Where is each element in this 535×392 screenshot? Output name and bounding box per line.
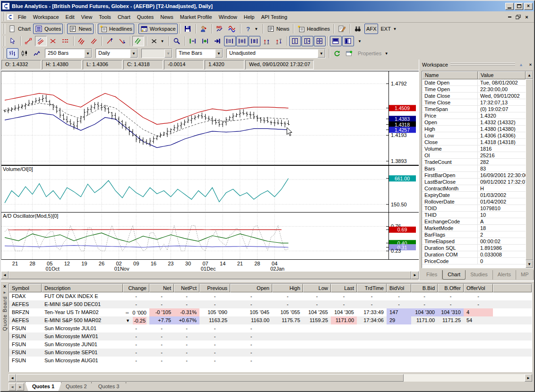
menu-grip[interactable] [3,12,5,21]
workspace-row[interactable]: RolloverDate01/04/2002 [422,198,533,205]
send-user-button[interactable] [198,24,210,34]
workspace-row[interactable]: Volume1816 [422,145,533,152]
quote-row-fsun-8[interactable]: FSUNSun Microsyste AUG01----- [9,357,532,365]
toolbar-grip[interactable] [3,24,5,34]
column-header-open[interactable]: Open [230,284,272,292]
shift-down-pair-button[interactable] [273,36,285,46]
ext-dropdown-icon[interactable]: ▼ [392,24,397,34]
mdi-child-icon[interactable] [7,14,14,20]
level-dashes-button[interactable] [60,36,71,46]
draw-mode-button[interactable] [132,36,144,46]
column-header-change[interactable]: Change [123,284,149,292]
scroll-left-icon[interactable]: ◄ [1,271,9,279]
compress-lines-button[interactable] [224,36,236,46]
workspace-row[interactable]: Date CloseWed, 09/01/2002 [422,93,533,99]
workspace-row[interactable]: THID10 [422,212,533,218]
menu-workspace[interactable]: Workspace [30,13,62,21]
headlines-2-button[interactable]: Headlines [295,24,332,34]
menu-api-testing[interactable]: API Testing [258,13,290,21]
column-header-net[interactable]: Net [149,284,174,292]
workspace-row[interactable]: OI25216 [422,152,533,159]
menu-view[interactable]: View [78,13,96,21]
fit-all-button[interactable] [314,36,326,46]
split-vertical-button[interactable] [342,36,354,46]
trend-line-button[interactable] [23,36,35,46]
menu-news[interactable]: News [157,13,177,21]
periodicity-dropdown-icon[interactable]: ▼ [130,49,138,58]
quotes-horizontal-scrollbar[interactable]: ◄ ► [9,374,532,382]
workspace-row[interactable]: ExpiryDate01/03/2002 [422,192,533,198]
workspace-row[interactable]: TradeCount282 [422,159,533,165]
waves-button[interactable] [226,24,238,34]
pointer-button[interactable] [7,36,18,46]
headlines-button[interactable]: Headlines [98,24,134,34]
mdi-close-button[interactable]: × [523,14,530,20]
workspace-button[interactable]: Workspace [138,24,178,34]
chart-scroll-thumb[interactable] [9,271,411,279]
workspace-scrollbar[interactable]: ▲ ▼ [526,71,533,268]
bar-type-select[interactable]: Time Bars▼ [176,49,223,58]
column-header-low[interactable]: Low [303,284,331,292]
workspace-row[interactable]: Low1.4306 (14306) [422,132,533,139]
menu-chart[interactable]: Chart [114,13,134,21]
workspace-row[interactable]: Duration COM0.033008 [422,251,533,258]
toolbar-grip[interactable] [3,36,5,46]
quote-board-close-icon[interactable]: × [3,283,6,289]
workspace-row[interactable]: Time Close17:32:07,13 [422,99,533,106]
column-header-bidvol[interactable]: BidVol [387,284,411,292]
compress-grid-button[interactable] [249,36,260,46]
column-header-previous[interactable]: Previous [199,284,230,292]
workspace-tab-alerts[interactable]: Alerts [493,270,516,280]
toolbar-grip[interactable] [3,48,5,59]
delete-drawing-dropdown-icon[interactable]: ▼ [160,36,165,46]
workspace-scroll-thumb[interactable] [526,79,533,260]
bars-count-select[interactable]: 250 Bars▼ [45,49,92,58]
adjustment-select[interactable]: Unadjusted▼ [226,49,326,58]
properties-dropdown-icon[interactable]: ▼ [384,49,389,58]
column-header-boffer[interactable]: B.Offer [438,284,464,292]
line-flag-up-button[interactable] [104,36,116,46]
quote-row-aefes-3[interactable]: AEFESE-MINI S&P 500 MAR02▼-0.25+7.75+0.6… [9,316,532,324]
news-edit-button[interactable] [336,24,348,34]
quote-board-pin-icon[interactable]: ► [3,290,7,295]
quotes-tab-2[interactable]: Quotes 2 [59,382,94,392]
fit-vertical-data-button[interactable] [302,36,313,46]
help-dropdown-icon[interactable]: ▼ [254,24,259,34]
split-horizontal-button[interactable] [330,36,342,46]
minimize-button[interactable] [505,3,514,10]
hatch-lines-2-button[interactable] [88,36,100,46]
column-header-netpct[interactable]: NetPct [174,284,199,292]
workspace-row[interactable]: Close1.4318 (14318) [422,139,533,145]
quotes-button[interactable]: Quotes [33,24,63,34]
save-button[interactable] [182,24,194,34]
quote-row-fsun-5[interactable]: FSUNSun Microsyste MAY01----- [9,332,532,341]
workspace-row[interactable]: Bars83 [422,165,533,172]
workspace-row[interactable]: High1.4380 (14380) [422,126,533,132]
scroll-right-icon[interactable]: ► [411,271,419,279]
menu-file[interactable]: File [15,13,30,21]
workspace-row[interactable]: FirstBarOpen16/09/2001 22:30:00 [422,172,533,179]
shift-up-pair-button[interactable] [261,36,273,46]
close-button[interactable]: × [524,3,533,10]
workspace-row[interactable]: MarketMode18 [422,225,533,231]
hatch-lines-3-button[interactable] [76,36,87,46]
workspace-row[interactable]: TimeSpan(0) 19:02:07 [422,106,533,112]
chart-area[interactable]: Volume/OI[0]A/D Oscillator(Mod,5)[0]1.47… [1,70,419,271]
adjustment-dropdown-icon[interactable]: ▼ [318,49,325,58]
workspace-panel-grip[interactable] [450,63,515,67]
column-header-offervol[interactable]: OfferVol [464,284,493,292]
news-2-button[interactable]: News [265,24,292,34]
quote-row-fsun-4[interactable]: FSUNSun Microsyste JUL01----- [9,324,532,332]
quote-row-fsun-6[interactable]: FSUNSun Microsyste JUN01----- [9,341,532,349]
quotes-scroll-thumb[interactable] [16,374,404,382]
quote-row-fdax-0[interactable]: FDAXFUT ON DAX INDEX E------------- [9,292,532,300]
workspace-row[interactable]: LastBarClose09/01/2002 17:32:07 [422,179,533,185]
workspace-row[interactable]: Time Open22:30:00,00 [422,86,533,93]
workspace-row[interactable]: Open1.4332 (14332) [422,119,533,126]
column-header-trdtime[interactable]: TrdTime [357,284,387,292]
workspace-row[interactable]: BarFlags2 [422,231,533,238]
menu-market-profile[interactable]: Market Profile [177,13,216,21]
ohlc-bar-style-button[interactable] [7,48,18,59]
column-header-bbid[interactable]: B.Bid [411,284,438,292]
workspace-scroll-down-icon[interactable]: ▼ [526,260,533,268]
